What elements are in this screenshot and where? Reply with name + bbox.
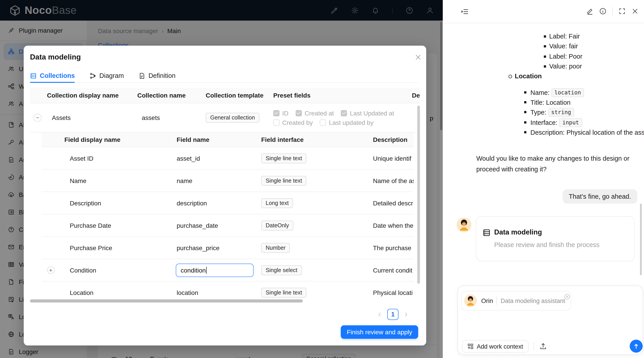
code-chip: input [559, 118, 582, 127]
field-interface-tag: Single line text [261, 287, 306, 297]
add-context-label: Add work context [477, 343, 523, 350]
fields-table-header: Field display name Field name Field inte… [42, 132, 414, 147]
close-panel-icon[interactable] [632, 8, 639, 15]
collections-icon [30, 72, 37, 79]
field-description: Detailed descr [373, 199, 414, 207]
field-display-name: Purchase Price [42, 244, 177, 251]
list-item-location: Location [515, 72, 542, 81]
upload-icon[interactable] [539, 342, 547, 350]
list-item: Title: Location [530, 98, 570, 108]
field-display-name: Condition [42, 266, 177, 274]
collapse-panel-icon[interactable] [461, 8, 469, 16]
checkbox-created-at[interactable]: Created at [296, 109, 334, 117]
grid-plus-icon [467, 343, 474, 349]
info-icon[interactable] [599, 8, 606, 15]
checkbox-last-updated-at[interactable]: Last Updated at [341, 109, 394, 117]
tool-card-subtitle: Please review and finish the process [494, 241, 600, 248]
table-horizontal-scrollbar[interactable] [30, 299, 420, 303]
list-item: Label: Poor [549, 52, 582, 61]
tab-label: Diagram [99, 72, 124, 79]
expand-row-button[interactable]: + [47, 266, 54, 274]
ai-panel-header [443, 0, 644, 23]
user-message-bubble: That’s fine, go ahead. [562, 189, 637, 204]
code-chip: location [552, 88, 584, 97]
field-interface-tag: Long text [261, 198, 293, 208]
col-field-display-name: Field display name [42, 136, 177, 143]
table-vertical-scrollbar[interactable] [417, 103, 420, 299]
header-divider [612, 7, 613, 15]
field-description: Current condit [373, 266, 414, 274]
composer-divider [534, 342, 534, 350]
vertical-scrollbar-thumb[interactable] [417, 106, 420, 284]
horizontal-scrollbar-thumb[interactable] [30, 299, 303, 302]
remove-agent-icon[interactable] [564, 293, 570, 300]
list-item: Interface: input [530, 118, 582, 128]
col-field-interface: Field interface [261, 136, 373, 143]
list-item: Label: Fair [549, 32, 580, 41]
definition-file-icon [139, 72, 145, 79]
code-chip: string [548, 108, 574, 117]
field-interface-tag: Single select [261, 265, 302, 275]
fullscreen-icon[interactable] [618, 8, 626, 15]
finish-review-button[interactable]: Finish review and apply [341, 325, 418, 339]
agent-name: Orin [481, 297, 493, 304]
checkbox-checked-icon [273, 110, 280, 116]
page-1-button[interactable]: 1 [387, 309, 398, 320]
field-row-name: Name name Single line text Name of the a… [42, 170, 414, 192]
field-name: purchase_date [177, 222, 261, 229]
field-interface-tag: Single line text [261, 176, 306, 185]
list-item: Value: fair [549, 42, 578, 51]
field-row-condition: + Condition condition Single select Curr… [42, 259, 414, 281]
ai-assistant-panel: Label: Fair Value: fair Label: Poor Valu… [443, 0, 644, 358]
col-collection-display-name: Collection display name [47, 92, 137, 99]
list-item: Type: string [530, 107, 574, 118]
field-display-name: Name [42, 177, 177, 184]
field-interface-tag: Number [261, 243, 290, 253]
message-composer[interactable]: Orin Data modeling assistant Add work co… [458, 285, 643, 355]
edit-icon[interactable] [586, 8, 594, 15]
field-display-name: Asset ID [42, 155, 177, 162]
collection-display-name: Assets [47, 114, 137, 121]
chip-divider [497, 297, 497, 305]
checkbox-last-updated-by[interactable]: Last updated by [320, 119, 374, 126]
collapse-row-button[interactable]: − [34, 114, 42, 122]
col-field-name: Field name [177, 136, 261, 143]
agent-context-chip: Orin Data modeling assistant [461, 291, 571, 310]
tab-label: Definition [148, 72, 176, 79]
checkbox-created-by[interactable]: Created by [273, 119, 313, 126]
tab-definition[interactable]: Definition [139, 69, 176, 82]
field-description: Date when the [373, 222, 414, 229]
field-row-location: Location location Single line text Physi… [42, 281, 414, 299]
checkbox-label: Last updated by [329, 119, 374, 126]
chat-scrollbar-thumb[interactable] [640, 204, 642, 275]
screen: NocoBase [0, 0, 644, 358]
list-item: Value: poor [549, 62, 582, 71]
tab-collections[interactable]: Collections [30, 69, 75, 82]
next-page-icon[interactable] [404, 312, 409, 317]
checkbox-unchecked-icon [273, 119, 280, 126]
fields-table: Field display name Field name Field inte… [42, 132, 414, 299]
list-item: Name: location [530, 88, 584, 98]
checkbox-checked-icon [296, 110, 302, 116]
field-row-description: Description description Long text Detail… [42, 192, 414, 214]
checkbox-id[interactable]: ID [273, 109, 288, 117]
agent-role: Data modeling assistant [501, 297, 565, 304]
modal-title: Data modeling [30, 53, 81, 61]
assistant-message: Would you like to make any changes to th… [476, 154, 638, 175]
field-name-input[interactable]: condition [176, 263, 254, 277]
text-caret [206, 266, 207, 274]
field-description: Name of the as [373, 177, 414, 184]
field-description: The purchase [373, 244, 414, 251]
collection-row-assets: − Assets assets General collection ID Cr… [30, 103, 420, 132]
collection-name: assets [137, 114, 206, 121]
close-icon[interactable] [414, 54, 422, 61]
tab-diagram[interactable]: Diagram [90, 69, 124, 82]
collection-template-tag: General collection [206, 113, 260, 123]
add-work-context-button[interactable]: Add work context [462, 340, 528, 353]
send-button[interactable] [630, 340, 643, 353]
chat-messages: Label: Fair Value: fair Label: Poor Valu… [443, 23, 644, 285]
collections-table: Collection display name Collection name … [30, 88, 420, 299]
prev-page-icon[interactable] [377, 312, 382, 317]
field-interface-tag: Single line text [261, 153, 306, 163]
agent-avatar [464, 294, 477, 307]
